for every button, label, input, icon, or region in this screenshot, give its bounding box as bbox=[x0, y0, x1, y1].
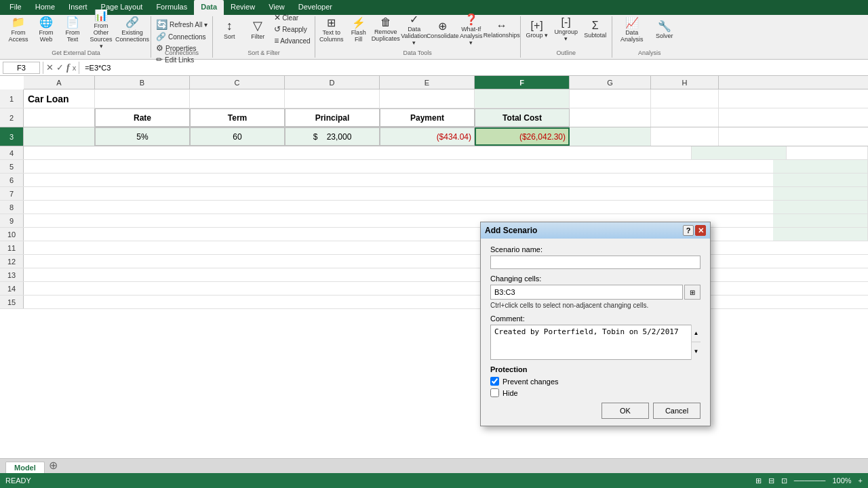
tab-file[interactable]: File bbox=[3, 0, 28, 15]
group-button[interactable]: [+]Group ▾ bbox=[524, 14, 551, 45]
cell-d2[interactable]: Principal bbox=[285, 108, 380, 127]
dialog-titlebar[interactable]: Add Scenario ? ✕ bbox=[481, 222, 710, 239]
column-headers: A B C D E F G H bbox=[24, 76, 868, 89]
tab-formulas[interactable]: Formulas bbox=[149, 0, 194, 15]
ribbon-group-label-connections: Connections bbox=[151, 49, 212, 56]
cell-g2[interactable] bbox=[570, 108, 651, 127]
col-header-a[interactable]: A bbox=[24, 76, 95, 89]
cell-f2[interactable]: Total Cost bbox=[475, 108, 570, 127]
what-if-analysis-button[interactable]: ❓What-IfAnalysis ▾ bbox=[458, 12, 485, 47]
cell-a2[interactable] bbox=[24, 108, 95, 127]
cell-b3[interactable]: 5% bbox=[95, 127, 190, 146]
grid-row-9: 9 bbox=[0, 214, 868, 228]
row-header-2[interactable]: 2 bbox=[0, 108, 24, 127]
sort-button[interactable]: ↕Sort bbox=[216, 14, 243, 45]
data-analysis-button[interactable]: 📈DataAnalysis bbox=[615, 14, 649, 45]
cell-h3[interactable] bbox=[651, 127, 719, 146]
cell-f3[interactable]: ($26,042.30) bbox=[475, 127, 570, 146]
function-icon[interactable]: f bbox=[66, 62, 70, 73]
tab-data[interactable]: Data bbox=[194, 0, 224, 15]
dialog-close-button[interactable]: ✕ bbox=[695, 225, 706, 236]
ungroup-button[interactable]: [-]Ungroup ▾ bbox=[552, 14, 580, 45]
cell-e2[interactable]: Payment bbox=[380, 108, 475, 127]
cell-e1[interactable] bbox=[380, 89, 475, 108]
subtotal-button[interactable]: ΣSubtotal bbox=[582, 14, 609, 45]
changing-cells-select-button[interactable]: ⊞ bbox=[684, 285, 701, 300]
advanced-button[interactable]: ≡Advanced bbox=[273, 35, 312, 46]
connections-button[interactable]: 🔗Connections bbox=[154, 31, 210, 42]
col-header-b[interactable]: B bbox=[95, 76, 190, 89]
view-page-break-icon[interactable]: ⊡ bbox=[781, 476, 787, 485]
cell-b2[interactable]: Rate bbox=[95, 108, 190, 127]
reapply-button[interactable]: ↺Reapply bbox=[273, 24, 312, 35]
tab-home[interactable]: Home bbox=[28, 0, 62, 15]
cell-c1[interactable] bbox=[190, 89, 285, 108]
ribbon: File Home Insert Page Layout Formulas Da… bbox=[0, 0, 868, 60]
ok-button[interactable]: OK bbox=[601, 403, 649, 419]
textarea-scroll-down[interactable]: ▼ bbox=[692, 342, 701, 360]
zoom-in-button[interactable]: + bbox=[859, 476, 863, 485]
text-to-columns-button[interactable]: ⊞Text toColumns bbox=[318, 14, 345, 45]
cell-e3[interactable]: ($434.04) bbox=[380, 127, 475, 146]
cell-d1[interactable] bbox=[285, 89, 380, 108]
from-text-button[interactable]: 📄 FromText bbox=[60, 14, 85, 45]
ribbon-group-outline: [+]Group ▾ [-]Ungroup ▾ ΣSubtotal Outlin… bbox=[521, 16, 612, 58]
row-header-3[interactable]: 3 bbox=[0, 127, 24, 146]
cell-f1[interactable] bbox=[475, 89, 570, 108]
flash-fill-button[interactable]: ⚡FlashFill bbox=[347, 14, 371, 45]
cancel-button[interactable]: Cancel bbox=[653, 403, 701, 419]
col-header-c[interactable]: C bbox=[190, 76, 285, 89]
view-normal-icon[interactable]: ⊞ bbox=[755, 476, 762, 485]
comment-textarea[interactable]: Created by Porterfield, Tobin on 5/2/201… bbox=[490, 325, 701, 360]
cell-h1[interactable] bbox=[651, 89, 719, 108]
changing-cells-input[interactable] bbox=[490, 285, 683, 300]
grid-row-10: 10 bbox=[0, 228, 868, 241]
cell-d3[interactable]: $ 23,000 bbox=[285, 127, 380, 146]
solver-button[interactable]: 🔧Solver bbox=[650, 14, 679, 45]
cell-h2[interactable] bbox=[651, 108, 719, 127]
row-header-1[interactable]: 1 bbox=[0, 89, 24, 108]
filter-button[interactable]: ▽Filter bbox=[244, 14, 271, 45]
confirm-formula-icon[interactable]: ✓ bbox=[56, 62, 64, 73]
from-web-button[interactable]: 🌐 FromWeb bbox=[33, 14, 59, 45]
col-header-h[interactable]: H bbox=[651, 76, 719, 89]
hide-label[interactable]: Hide bbox=[502, 389, 518, 397]
cell-a1[interactable]: Car Loan bbox=[24, 89, 95, 108]
textarea-scroll-up[interactable]: ▲ bbox=[692, 325, 701, 342]
prevent-changes-label[interactable]: Prevent changes bbox=[502, 378, 559, 386]
view-layout-icon[interactable]: ⊟ bbox=[768, 476, 774, 485]
col-header-d[interactable]: D bbox=[285, 76, 380, 89]
cell-reference-box[interactable] bbox=[3, 62, 40, 74]
cell-a3[interactable] bbox=[24, 127, 95, 146]
zoom-slider[interactable]: ────── bbox=[794, 476, 826, 485]
refresh-all-button[interactable]: 🔄Refresh All ▾ bbox=[154, 18, 210, 30]
add-sheet-button[interactable]: ⊕ bbox=[45, 459, 62, 472]
cell-g1[interactable] bbox=[570, 89, 651, 108]
from-other-sources-button[interactable]: 📊 From OtherSources ▾ bbox=[86, 7, 116, 51]
grid-row-15: 15 bbox=[0, 296, 868, 309]
remove-duplicates-button[interactable]: 🗑RemoveDuplicates bbox=[372, 14, 399, 45]
cell-b1[interactable] bbox=[95, 89, 190, 108]
dialog-buttons: OK Cancel bbox=[490, 403, 701, 419]
cell-c3[interactable]: 60 bbox=[190, 127, 285, 146]
cell-g3[interactable] bbox=[570, 127, 651, 146]
existing-connections-button[interactable]: 🔗 ExistingConnections bbox=[117, 14, 148, 45]
from-access-button[interactable]: 📁 FromAccess bbox=[4, 14, 33, 45]
relationships-button[interactable]: ↔Relationships bbox=[486, 14, 517, 45]
consolidate-button[interactable]: ⊕Consolidate bbox=[429, 14, 456, 45]
col-header-e[interactable]: E bbox=[380, 76, 475, 89]
hide-checkbox[interactable] bbox=[490, 388, 499, 397]
sheet-tab-model[interactable]: Model bbox=[5, 462, 45, 473]
changing-cells-hint: Ctrl+click cells to select non-adjacent … bbox=[490, 302, 701, 309]
prevent-changes-checkbox[interactable] bbox=[490, 377, 499, 386]
dialog-help-button[interactable]: ? bbox=[683, 225, 694, 236]
scenario-name-input[interactable] bbox=[490, 256, 701, 269]
col-header-g[interactable]: G bbox=[570, 76, 651, 89]
tab-review[interactable]: Review bbox=[224, 0, 262, 15]
data-validation-button[interactable]: ✓DataValidation ▾ bbox=[401, 12, 428, 47]
col-header-f[interactable]: F bbox=[475, 76, 570, 89]
grid-row-6: 6 bbox=[0, 174, 868, 187]
cell-c2[interactable]: Term bbox=[190, 108, 285, 127]
clear-button[interactable]: ✕Clear bbox=[273, 12, 312, 23]
cancel-formula-icon[interactable]: ✕ bbox=[46, 62, 54, 73]
